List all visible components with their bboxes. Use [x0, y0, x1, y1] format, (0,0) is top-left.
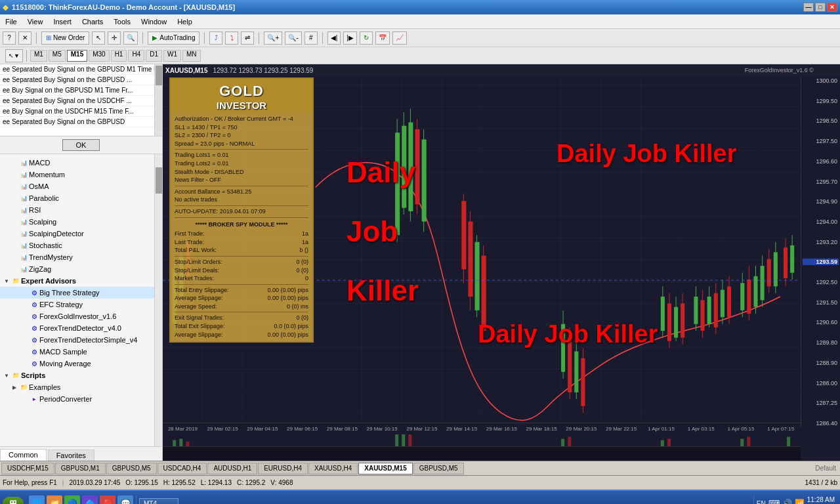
gold-investor-overlay: GOLD INVESTOR Authorization - OK / Broke…: [169, 77, 314, 343]
autotrading-button[interactable]: ▶ AutoTrading: [148, 32, 200, 45]
expand-icon: [21, 348, 29, 356]
zoom-tool[interactable]: 🔍: [123, 32, 138, 45]
trailing-stop[interactable]: ⇌: [241, 32, 254, 45]
tree-scrollbar[interactable]: [154, 154, 162, 446]
tree-item-rsi[interactable]: 📊 RSI: [0, 204, 154, 216]
tree-item-macd-sample[interactable]: ⚙ MACD Sample: [0, 346, 154, 358]
menu-charts[interactable]: Charts: [77, 14, 108, 28]
help-button[interactable]: ?: [3, 32, 16, 45]
ie-icon[interactable]: 🌐: [29, 495, 45, 504]
taskbar-windows: MT4: [139, 498, 751, 505]
app2-icon[interactable]: 🔴: [100, 495, 116, 504]
close-window-button[interactable]: ✕: [827, 3, 837, 12]
tree-item-macd[interactable]: 📊 MACD: [0, 157, 154, 169]
price-1289: 1289.80: [803, 339, 839, 346]
step-back[interactable]: ◀|: [327, 32, 341, 45]
tree-item-parabolic[interactable]: 📊 Parabolic: [0, 192, 154, 204]
instr-tab-gbpusd-m5[interactable]: GBPUSD,M5: [106, 463, 157, 474]
new-order-button[interactable]: ⊞ New Order: [41, 32, 89, 45]
maximize-button[interactable]: □: [815, 3, 826, 12]
step-fwd[interactable]: |▶: [343, 32, 357, 45]
arrow-tool[interactable]: ↖: [92, 32, 105, 45]
alert-item[interactable]: ee Buy Signal on the GBPUSD M1 Time Fr..…: [0, 85, 162, 96]
timeframe-m1[interactable]: M1: [30, 50, 47, 62]
tree-item-momentum[interactable]: 📊 Momentum: [0, 169, 154, 180]
menu-view[interactable]: View: [22, 14, 49, 28]
tab-common[interactable]: Common: [0, 449, 47, 461]
chart-area[interactable]: XAUUSD,M15 1293.72 1293.73 1293.25 1293.…: [163, 64, 840, 461]
tree-item-scalping-detector[interactable]: 📊 ScalpingDetector: [0, 228, 154, 240]
chrome-icon[interactable]: 🔵: [64, 495, 80, 504]
instr-tab-gbpusd-m1[interactable]: GBPUSD,M1: [55, 463, 106, 474]
gold-divider-2: [175, 186, 308, 186]
alerts-scrollbar[interactable]: [154, 64, 162, 136]
tree-item-forex-gold[interactable]: ⚙ ForexGoldInvestor_v1.6: [0, 310, 154, 322]
tree-item-moving-avg[interactable]: ⚙ Moving Average: [0, 358, 154, 369]
tree-item-examples[interactable]: ▶ 📁 Examples: [0, 381, 154, 393]
taskbar-mt4[interactable]: MT4: [139, 498, 178, 505]
tree-item-trendmystery[interactable]: 📊 TrendMystery: [0, 251, 154, 263]
indicators-btn[interactable]: 📈: [392, 32, 407, 45]
timeframe-m30[interactable]: M30: [89, 50, 109, 62]
alert-item[interactable]: ee Separated Buy Signal on the GBPUSD: [0, 117, 162, 127]
menu-insert[interactable]: Insert: [48, 14, 77, 28]
alerts-area[interactable]: ee Separated Buy Signal on the GBPUSD M1…: [0, 64, 162, 136]
tree-item-zigzag[interactable]: 📊 ZigZag: [0, 263, 154, 275]
sell-button[interactable]: ⤵: [225, 32, 238, 45]
tree-item-expert-advisors[interactable]: ▼ 📁 Expert Advisors: [0, 275, 154, 287]
menu-file[interactable]: File: [0, 14, 22, 28]
instr-tab-usdcad-h4[interactable]: USDCAD,H4: [158, 463, 207, 474]
timeframe-d1[interactable]: D1: [146, 50, 162, 62]
titlebar-controls[interactable]: — □ ✕: [803, 3, 837, 12]
tab-favorites[interactable]: Favorites: [48, 450, 94, 461]
zoom-out[interactable]: 🔍-: [285, 32, 301, 45]
expert-icon: ⚙: [29, 346, 39, 357]
folder-icon[interactable]: 📁: [47, 495, 62, 504]
buy-button[interactable]: ⤴: [209, 32, 222, 45]
close-chart-button[interactable]: ✕: [18, 32, 32, 45]
instr-tab-xauusd-h4[interactable]: XAUUSD,H4: [308, 463, 358, 474]
tree-item-forex-trend-simple[interactable]: ⚙ ForexTrendDetectorSimple_v4: [0, 334, 154, 346]
go-live[interactable]: ↻: [360, 32, 373, 45]
alert-item[interactable]: ee Separated Buy Signal on the GBPUSD M1…: [0, 64, 162, 75]
tree-item-scalping[interactable]: 📊 Scalping: [0, 216, 154, 228]
timeframe-m15[interactable]: M15: [67, 50, 87, 62]
alert-item[interactable]: ee Separated Buy Signal on the GBPUSD ..…: [0, 75, 162, 85]
instr-tab-usdchf-m15[interactable]: USDCHF,M15: [1, 463, 54, 474]
tree-item-stochastic[interactable]: 📊 Stochastic: [0, 240, 154, 251]
tree-label: PeriodConverter: [39, 395, 92, 403]
timeframe-w1[interactable]: W1: [163, 50, 181, 62]
tree-item-efc[interactable]: ⚙ EFC Strategy: [0, 299, 154, 310]
instr-tab-gbpusd-m5b[interactable]: GBPUSD,M5: [413, 463, 464, 474]
app1-icon[interactable]: 🔷: [82, 495, 98, 504]
alert-item[interactable]: ee Separated Buy Signal on the USDCHF ..…: [0, 96, 162, 106]
chart-grid[interactable]: #: [304, 32, 318, 45]
app3-icon[interactable]: 💬: [117, 495, 133, 504]
cal-btn[interactable]: 📅: [375, 32, 390, 45]
cursor-dropdown[interactable]: ↖▼: [5, 49, 23, 62]
tree-item-big-three[interactable]: ⚙ Big Three Strategy: [0, 287, 154, 299]
gold-divider-6: [175, 284, 308, 285]
menubar: File View Insert Charts Tools Window Hel…: [0, 14, 840, 29]
menu-window[interactable]: Window: [136, 14, 172, 28]
tree-item-osma[interactable]: 📊 OsMA: [0, 180, 154, 192]
chart-text-daily-job-killer-top: Daily Job Killer: [556, 140, 737, 168]
timeframe-mn[interactable]: MN: [182, 50, 201, 62]
crosshair-tool[interactable]: ✛: [108, 32, 121, 45]
minimize-button[interactable]: —: [803, 3, 814, 12]
menu-help[interactable]: Help: [172, 14, 198, 28]
tree-item-forex-trend[interactable]: ⚙ ForexTrendDetector_v4.0: [0, 322, 154, 334]
menu-tools[interactable]: Tools: [108, 14, 136, 28]
alert-item[interactable]: ee Buy Signal on the USDCHF M15 Time F..…: [0, 106, 162, 117]
tree-item-period-converter[interactable]: ▸ PeriodConverter: [0, 393, 154, 405]
start-button[interactable]: ⊞: [3, 497, 24, 504]
timeframe-h4[interactable]: H4: [128, 50, 144, 62]
timeframe-m5[interactable]: M5: [49, 50, 66, 62]
timeframe-h1[interactable]: H1: [111, 50, 127, 62]
zoom-in[interactable]: 🔍+: [264, 32, 282, 45]
ok-button[interactable]: OK: [62, 139, 100, 151]
instr-tab-eurusd-h4[interactable]: EURUSD,H4: [258, 463, 308, 474]
instr-tab-xauusd-m15[interactable]: XAUUSD,M15: [358, 463, 412, 474]
tree-item-scripts[interactable]: ▼ 📁 Scripts: [0, 369, 154, 381]
instr-tab-audusd-h1[interactable]: AUDUSD,H1: [207, 463, 257, 474]
